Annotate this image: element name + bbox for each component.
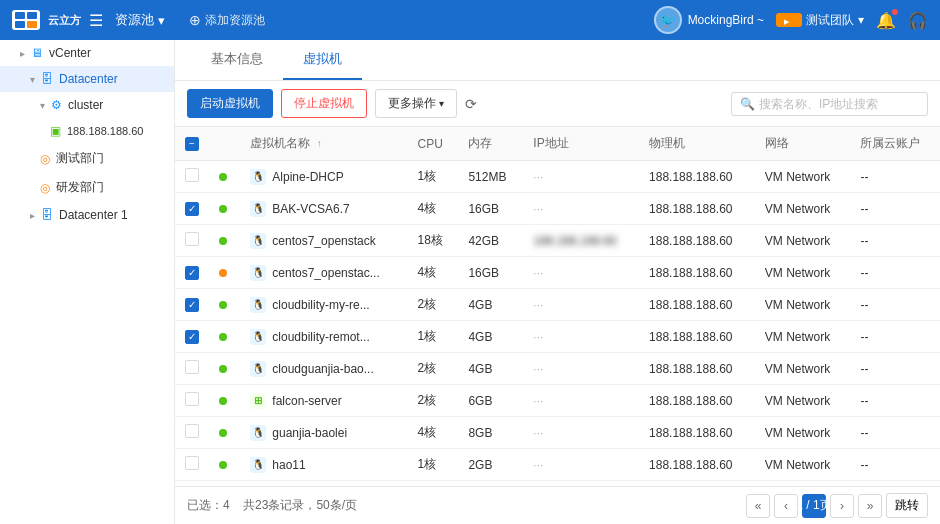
row-checkbox[interactable]: ✓	[185, 202, 199, 216]
row-cpu: 2核	[408, 289, 459, 321]
status-dot	[219, 429, 227, 437]
sidebar-item-datacenter[interactable]: ▾ 🗄 Datacenter	[0, 66, 174, 92]
row-host: 188.188.188.60	[639, 225, 755, 257]
row-network: VM Network	[755, 161, 851, 193]
help-btn[interactable]: 🎧	[908, 11, 928, 30]
status-dot	[219, 173, 227, 181]
vm-table: − 虚拟机名称 ↑ CPU 内存 IP地址 物理机 网络 所属云账户	[175, 127, 940, 486]
tab-vm[interactable]: 虚拟机	[283, 40, 362, 80]
search-input[interactable]	[759, 97, 919, 111]
go-button[interactable]: 跳转	[886, 493, 928, 518]
th-vm-name: 虚拟机名称 ↑	[240, 127, 407, 161]
row-account: --	[850, 193, 940, 225]
row-checkbox[interactable]	[185, 392, 199, 406]
row-name-cell: 🐧 centos7_openstack	[240, 225, 407, 257]
vm-name: centos7_openstac...	[272, 266, 379, 280]
row-mem: 4GB	[458, 289, 523, 321]
row-mem: 16GB	[458, 193, 523, 225]
user-info[interactable]: 🐦 MockingBird ~	[654, 6, 764, 34]
vm-type-icon: 🐧	[250, 201, 266, 217]
datacenter-label: Datacenter	[59, 72, 118, 86]
vm-type-icon: 🐧	[250, 457, 266, 473]
sidebar-item-cluster[interactable]: ▾ ⚙ cluster	[0, 92, 174, 118]
headset-icon: 🎧	[908, 12, 928, 29]
vm-type-icon: 🐧	[250, 425, 266, 441]
row-checkbox[interactable]: ✓	[185, 266, 199, 280]
row-mem: 4GB	[458, 321, 523, 353]
row-checkbox[interactable]: ✓	[185, 298, 199, 312]
footer: 已选：4 共23条记录，50条/页 « ‹ 1 / 1页 › »	[175, 486, 940, 524]
row-cpu: 4核	[408, 257, 459, 289]
row-name-cell: 🐧 centos7_openstac...	[240, 257, 407, 289]
row-network: VM Network	[755, 193, 851, 225]
status-dot	[219, 269, 227, 277]
row-checkbox[interactable]	[185, 232, 199, 246]
row-checkbox[interactable]	[185, 360, 199, 374]
row-mem: 6GB	[458, 385, 523, 417]
team-info[interactable]: ▶ 测试团队 ▾	[776, 12, 864, 29]
tabs: 基本信息 虚拟机	[175, 40, 940, 81]
svg-rect-0	[15, 12, 25, 19]
sidebar-item-dept2[interactable]: ◎ 研发部门	[0, 173, 174, 202]
row-checkbox-cell: ✓	[175, 289, 209, 321]
toggle-icon: ▸	[30, 210, 35, 221]
row-checkbox[interactable]	[185, 456, 199, 470]
row-cpu: 2核	[408, 353, 459, 385]
tab-basic-info[interactable]: 基本信息	[191, 40, 283, 80]
row-host: 188.188.188.60	[639, 161, 755, 193]
resource-pool-label: 资源池	[115, 11, 154, 29]
start-vm-button[interactable]: 启动虚拟机	[187, 89, 273, 118]
th-ip: IP地址	[523, 127, 639, 161]
status-dot	[219, 333, 227, 341]
vm-table-body: 🐧 Alpine-DHCP 1核 512MB ··· 188.188.188.6…	[175, 161, 940, 487]
sidebar-item-ip[interactable]: ▣ 188.188.188.60	[0, 118, 174, 144]
sidebar-item-vcenter[interactable]: ▸ 🖥 vCenter	[0, 40, 174, 66]
row-account: --	[850, 385, 940, 417]
last-page-btn[interactable]: »	[858, 494, 882, 518]
row-name-cell: 🐧 BAK-VCSA6.7	[240, 193, 407, 225]
row-network: VM Network	[755, 225, 851, 257]
first-page-btn[interactable]: «	[746, 494, 770, 518]
row-name-cell: 🐧 cloudguanjia-bao...	[240, 353, 407, 385]
resource-pool-btn[interactable]: 资源池 ▾	[115, 11, 165, 29]
sidebar-item-dept1[interactable]: ◎ 测试部门	[0, 144, 174, 173]
dept2-icon: ◎	[40, 181, 50, 195]
row-checkbox[interactable]	[185, 424, 199, 438]
row-account: --	[850, 417, 940, 449]
row-account: --	[850, 161, 940, 193]
start-label: 启动虚拟机	[200, 95, 260, 112]
row-checkbox-cell: ✓	[175, 257, 209, 289]
row-checkbox-cell	[175, 225, 209, 257]
next-page-btn[interactable]: ›	[830, 494, 854, 518]
topbar: 云立方 ☰ 资源池 ▾ ⊕ 添加资源池 🐦 MockingBird ~ ▶ 测试…	[0, 0, 940, 40]
row-ip: ···	[523, 193, 639, 225]
row-host: 188.188.188.60	[639, 257, 755, 289]
first-icon: «	[755, 499, 762, 513]
svg-rect-3	[27, 21, 37, 28]
notification-btn[interactable]: 🔔	[876, 11, 896, 30]
table-row: ✓ 🐧 BAK-VCSA6.7 4核 16GB ··· 188.188.188.…	[175, 193, 940, 225]
more-ops-button[interactable]: 更多操作 ▾	[375, 89, 457, 118]
add-resource-btn[interactable]: ⊕ 添加资源池	[189, 12, 265, 29]
cluster-icon: ⚙	[51, 98, 62, 112]
row-checkbox[interactable]	[185, 168, 199, 182]
main-layout: ▸ 🖥 vCenter ▾ 🗄 Datacenter ▾ ⚙ cluster ▣…	[0, 40, 940, 524]
total-info: 共23条记录，50条/页	[243, 498, 357, 512]
row-checkbox-cell: ✓	[175, 193, 209, 225]
header-checkbox[interactable]: −	[185, 137, 199, 151]
row-checkbox-cell	[175, 353, 209, 385]
vm-name: cloudbility-remot...	[272, 330, 369, 344]
row-checkbox[interactable]: ✓	[185, 330, 199, 344]
menu-icon[interactable]: ☰	[89, 11, 103, 30]
stop-vm-button[interactable]: 停止虚拟机	[281, 89, 367, 118]
row-account: --	[850, 321, 940, 353]
sort-icon[interactable]: ↑	[317, 138, 322, 149]
refresh-icon[interactable]: ⟳	[465, 96, 477, 112]
vcenter-label: vCenter	[49, 46, 91, 60]
vm-type-icon: 🐧	[250, 361, 266, 377]
resource-pool-caret: ▾	[158, 13, 165, 28]
row-host: 188.188.188.60	[639, 193, 755, 225]
search-box[interactable]: 🔍	[731, 92, 928, 116]
topbar-right: 🐦 MockingBird ~ ▶ 测试团队 ▾ 🔔 🎧	[654, 6, 928, 34]
sidebar-item-datacenter1[interactable]: ▸ 🗄 Datacenter 1	[0, 202, 174, 228]
